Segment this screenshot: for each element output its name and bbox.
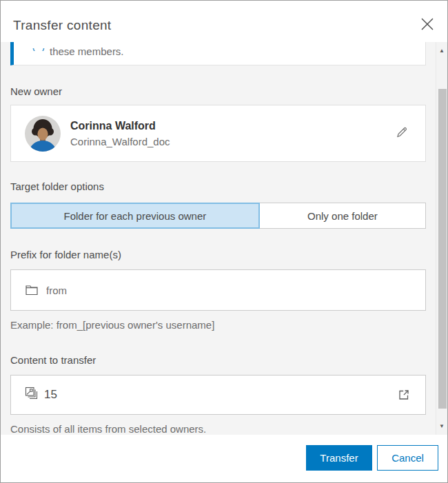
content-count: 15 xyxy=(44,388,57,402)
new-owner-card: Corinna Walford Corinna_Walford_doc xyxy=(10,105,426,162)
scroll-down-icon[interactable]: ▼ xyxy=(436,423,447,429)
prefix-label: Prefix for folder name(s) xyxy=(10,249,426,260)
page-title: Transfer content xyxy=(13,18,111,33)
dialog-scroll-area: these members. New owner xyxy=(1,42,447,435)
dialog-header: Transfer content xyxy=(1,1,447,42)
new-owner-label: New owner xyxy=(10,86,426,96)
close-button[interactable] xyxy=(418,16,436,34)
scroll-up-icon[interactable]: ▲ xyxy=(436,48,447,54)
owner-name: Corinna Walford xyxy=(70,120,170,132)
prefix-input[interactable] xyxy=(10,269,426,311)
avatar xyxy=(25,116,61,152)
open-content-button[interactable] xyxy=(396,387,411,402)
info-banner: these members. xyxy=(10,42,426,65)
prefix-example-hint: Example: from_[previous owner's username… xyxy=(10,319,426,331)
target-folder-options-label: Target folder options xyxy=(10,181,426,192)
info-icon xyxy=(32,45,45,51)
content-to-transfer-label: Content to transfer xyxy=(10,355,426,365)
content-note: Consists of all items from selected owne… xyxy=(10,423,426,435)
external-link-icon xyxy=(398,389,410,401)
dialog-footer: Transfer Cancel xyxy=(1,435,447,482)
transfer-content-dialog: Transfer content these members. New owne… xyxy=(0,0,448,483)
footer-buttons: Transfer Cancel xyxy=(306,445,438,471)
close-icon xyxy=(420,17,435,32)
scroll-content: these members. New owner xyxy=(1,42,436,435)
owner-info: Corinna Walford Corinna_Walford_doc xyxy=(70,120,170,147)
edit-icon xyxy=(395,125,409,139)
transfer-button[interactable]: Transfer xyxy=(306,445,372,471)
target-folder-segmented-control: Folder for each previous owner Only one … xyxy=(10,203,426,229)
folder-icon xyxy=(26,285,38,296)
option-folder-for-each-previous-owner[interactable]: Folder for each previous owner xyxy=(10,203,260,229)
scrollbar[interactable]: ▲ ▼ xyxy=(436,42,447,435)
items-stack-icon xyxy=(25,387,39,403)
info-banner-text: these members. xyxy=(50,45,124,57)
edit-owner-button[interactable] xyxy=(392,123,411,144)
scrollbar-thumb[interactable] xyxy=(438,89,447,409)
owner-username: Corinna_Walford_doc xyxy=(70,136,170,147)
option-only-one-folder[interactable]: Only one folder xyxy=(260,203,426,229)
cancel-button[interactable]: Cancel xyxy=(377,445,438,471)
prefix-input-field[interactable] xyxy=(46,285,411,296)
content-count-box: 15 xyxy=(10,375,426,415)
